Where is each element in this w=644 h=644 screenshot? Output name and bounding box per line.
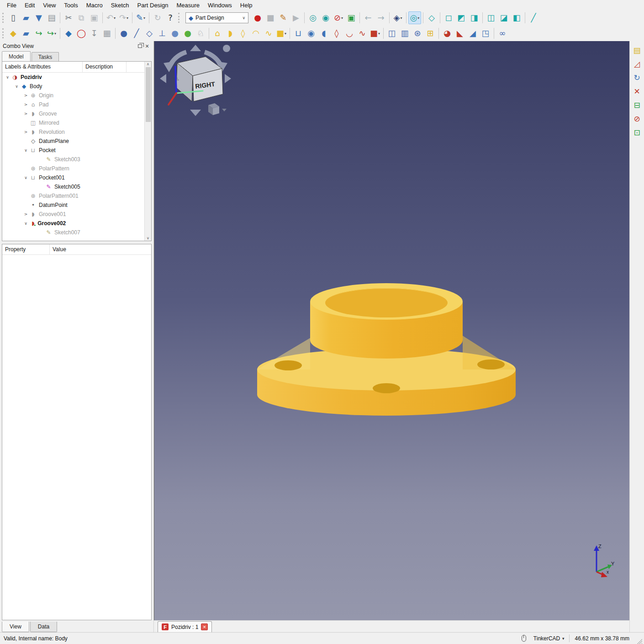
tree-item-sketch007[interactable]: ✎ Sketch007 [2,228,151,237]
view-right-button[interactable]: ◨ [468,11,480,24]
view-bottom-button[interactable]: ◪ [497,11,510,24]
validate-sketch-button[interactable]: ▦ [100,27,113,40]
pan-right-arrow[interactable] [225,74,231,83]
subtractive-helix-button[interactable]: ∿ [356,27,369,40]
tree-chevron-icon[interactable]: > [22,93,29,98]
create-body-button[interactable]: ◆ [62,27,75,40]
menu-tools[interactable]: Tools [60,1,82,10]
make-link-button[interactable]: ↪ [32,27,45,40]
measure-refresh-button[interactable]: ↻ [631,71,644,84]
view-top-button[interactable]: ◩ [455,11,468,24]
tree-item-pad[interactable]: > ⌂ Pad [2,100,151,109]
nav-cube-body[interactable] [176,57,223,101]
cut-button[interactable]: ✂ [62,11,75,24]
datum-point-button[interactable]: ● [117,27,130,40]
toolbar-drag-handle[interactable] [2,13,5,23]
document-tab-pozidriv[interactable]: F Pozidriv : 1 ✕ [158,621,212,632]
nav-dot-button[interactable] [223,45,230,52]
bolt-hole-right[interactable] [477,359,505,370]
menu-measure[interactable]: Measure [172,1,204,10]
new-document-button[interactable]: ▯ [7,11,20,24]
menu-view[interactable]: View [39,1,60,10]
tree-chevron-icon[interactable]: > [22,212,29,216]
measure-toggle-delta-button[interactable]: ⊡ [631,126,644,139]
nav-mini-cube[interactable] [208,103,227,115]
open-folder-button[interactable]: ▰ [20,11,32,24]
macro-stop-button[interactable]: ■ [264,11,277,24]
tree-item-groove[interactable]: > ◗ Groove [2,109,151,118]
menu-file[interactable]: File [3,1,21,10]
linear-pattern-button[interactable]: ▥ [398,27,411,40]
copy-button[interactable]: ⧉ [75,11,88,24]
tree-item-origin[interactable]: > ⊕ Origin [2,91,151,100]
tree-item-datumplane[interactable]: ◇ DatumPlane [2,137,151,146]
tree-chevron-icon[interactable]: ∨ [13,84,20,89]
tree-item-datumpoint[interactable]: • DatumPoint [2,201,151,210]
flange-boss[interactable] [310,283,463,359]
scrollbar-thumb[interactable] [146,67,151,122]
combo-view-titlebar[interactable]: Combo View × [0,41,153,51]
datum-plane-button[interactable]: ◇ [143,27,156,40]
measure-toggle-all-button[interactable]: ⊟ [631,99,644,111]
navigation-style-selector[interactable]: TinkerCAD ▾ [529,635,569,642]
tree-chevron-icon[interactable]: > [22,102,29,107]
pan-down-arrow[interactable] [190,110,201,116]
draft-button[interactable]: ◢ [466,27,479,40]
tree-chevron-icon[interactable]: ∨ [22,175,29,180]
datum-line-button[interactable]: ╱ [130,27,143,40]
toolbar-drag-handle[interactable] [2,28,5,38]
pocket-button[interactable]: ⊔ [292,27,305,40]
measure-clear-all-button[interactable]: ✕ [631,85,644,98]
boolean-operation-button[interactable]: ∞ [496,27,509,40]
tree-item-groove001[interactable]: > ◗ Groove001 [2,210,151,219]
nav-menu-arrow[interactable] [222,109,227,111]
3d-viewport[interactable]: RIGHT FRONT [154,41,629,620]
measure-toggle-3d-button[interactable]: ⊘ [631,112,644,125]
view-left-button[interactable]: ◧ [510,11,523,24]
shape-binder-button[interactable]: ● [169,27,181,40]
tree-item-pocket001[interactable]: ∨ ⊔ Pocket001 [2,173,151,182]
workbench-selector[interactable]: ◆ Part Design ∨ [185,12,248,23]
tree-scrollbar[interactable]: ∧ ∨ [144,62,151,241]
mirrored-button[interactable]: ◫ [385,27,398,40]
macro-record-button[interactable]: ● [251,11,264,24]
undo-button[interactable]: ↶ ▾ [105,11,117,24]
additive-helix-button[interactable]: ∿ [262,27,275,40]
tab-tasks[interactable]: Tasks [32,52,59,62]
view-axonometric-button[interactable]: ◇ [425,11,438,24]
view-isometric-button[interactable]: ◈ ▾ [391,11,404,24]
groove-button[interactable]: ◖ [317,27,330,40]
multi-transform-button[interactable]: ⊞ [424,27,437,40]
create-group-button[interactable]: ▰ [20,27,32,40]
tree-chevron-icon[interactable]: > [22,111,29,116]
menu-sketch[interactable]: Sketch [107,1,133,10]
additive-loft-button[interactable]: ◊ [237,27,249,40]
draw-style-button[interactable]: ⊘ ▾ [332,11,345,24]
box-selection-button[interactable]: ▣ [345,11,358,24]
flange-model[interactable] [154,41,629,620]
menu-edit[interactable]: Edit [21,1,39,10]
tree-item-body[interactable]: ∨ ◆ Body [2,82,151,91]
print-button[interactable]: ▤ [45,11,58,24]
menu-part-design[interactable]: Part Design [133,1,173,10]
refresh-button[interactable]: ↻ [151,11,164,24]
tree-chevron-icon[interactable]: ∨ [22,221,29,226]
menu-help[interactable]: Help [236,1,257,10]
scroll-up-icon[interactable]: ∧ [145,62,151,66]
navigation-cube[interactable]: RIGHT FRONT [157,42,236,121]
fit-selection-button[interactable]: ◉ [319,11,332,24]
subtractive-pipe-button[interactable]: ◡ [343,27,356,40]
nav-back-button[interactable]: ← [362,11,375,24]
macro-edit-button[interactable]: ✎ [277,11,290,24]
create-part-button[interactable]: ◆ [7,27,20,40]
float-panel-button[interactable] [136,43,143,49]
subtractive-loft-button[interactable]: ◊ [330,27,343,40]
tree-item-groove002[interactable]: ∨ ◗ ● Groove002 [2,219,151,228]
tree-item-revolution[interactable]: > ◗ Revolution [2,127,151,137]
pad-button[interactable]: ⌂ [211,27,224,40]
tree-item-pocket[interactable]: ∨ ⊔ Pocket [2,146,151,155]
toolbar-drag-handle[interactable] [178,13,181,23]
view-front-button[interactable]: ◻ [442,11,455,24]
measure-angular-button[interactable]: ◿ [631,58,644,70]
tree-chevron-icon[interactable]: ∨ [4,75,11,79]
